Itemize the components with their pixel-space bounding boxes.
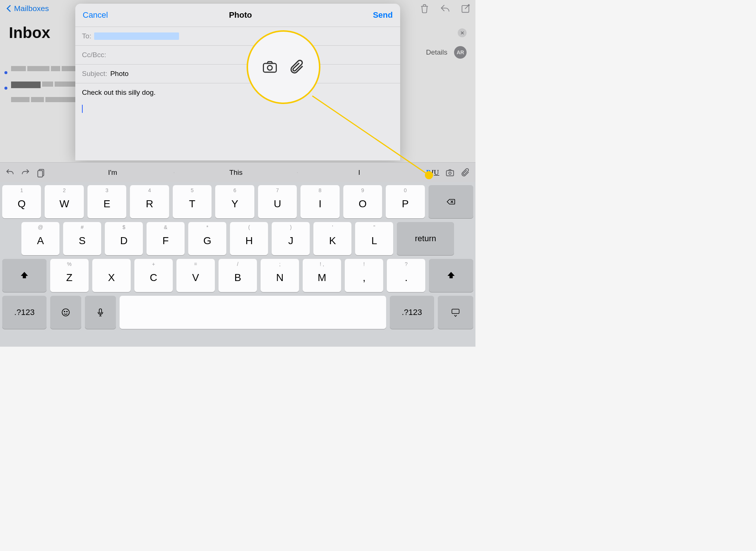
- key-c[interactable]: +C: [134, 259, 173, 292]
- suggestion-strip: I'm This I: [51, 169, 421, 177]
- symbols-key-left[interactable]: .?123: [2, 296, 47, 329]
- key-g[interactable]: *G: [188, 222, 226, 255]
- key-t[interactable]: 5T: [173, 185, 212, 218]
- key-u[interactable]: 7U: [258, 185, 297, 218]
- attachment-icon: [289, 59, 305, 75]
- suggestion-2[interactable]: This: [174, 169, 298, 177]
- body-textarea[interactable]: Check out this silly dog.: [75, 83, 400, 120]
- key-r[interactable]: 4R: [130, 185, 169, 218]
- svg-point-10: [62, 309, 70, 316]
- cc-bcc-field[interactable]: Cc/Bcc:: [75, 45, 400, 64]
- attachment-icon[interactable]: [461, 168, 470, 177]
- return-key[interactable]: return: [397, 222, 454, 255]
- key-comma[interactable]: !,: [345, 259, 383, 292]
- hide-keyboard-key[interactable]: [438, 296, 473, 329]
- emoji-icon: [61, 308, 71, 317]
- body-text: Check out this silly dog.: [82, 89, 394, 97]
- magnifier-callout: [247, 30, 320, 104]
- svg-point-12: [66, 311, 67, 312]
- svg-point-2: [268, 65, 272, 70]
- space-key[interactable]: [120, 296, 386, 329]
- subject-value: Photo: [110, 70, 129, 78]
- key-n[interactable]: ;N: [261, 259, 299, 292]
- text-cursor: [82, 105, 83, 113]
- svg-point-11: [64, 311, 65, 312]
- shift-key-left[interactable]: [2, 259, 47, 292]
- shift-icon: [20, 271, 29, 280]
- compose-header: Cancel Photo Send: [75, 4, 400, 27]
- svg-rect-6: [446, 170, 454, 176]
- key-k[interactable]: 'K: [313, 222, 351, 255]
- svg-rect-5: [38, 170, 42, 177]
- to-label: To:: [82, 32, 91, 40]
- keyboard-hide-icon: [451, 308, 460, 317]
- redo-icon[interactable]: [21, 168, 30, 177]
- key-f[interactable]: &F: [147, 222, 185, 255]
- symbols-key-right[interactable]: .?123: [390, 296, 434, 329]
- key-s[interactable]: #S: [63, 222, 101, 255]
- key-v[interactable]: =V: [176, 259, 215, 292]
- send-button[interactable]: Send: [373, 10, 393, 20]
- keyboard-row-3: %Z X +C =V /B ;N ! ,M !, ?.: [2, 259, 473, 292]
- key-y[interactable]: 6Y: [215, 185, 254, 218]
- key-h[interactable]: (H: [230, 222, 268, 255]
- key-l[interactable]: "L: [355, 222, 393, 255]
- backspace-key[interactable]: [429, 185, 473, 218]
- cancel-button[interactable]: Cancel: [83, 10, 108, 20]
- cc-bcc-label: Cc/Bcc:: [82, 51, 106, 59]
- shift-key-right[interactable]: [429, 259, 473, 292]
- compose-sheet: Cancel Photo Send To: Cc/Bcc: Subject: P…: [75, 4, 400, 160]
- backspace-icon: [446, 197, 456, 207]
- on-screen-keyboard: 1Q 2W 3E 4R 5T 6Y 7U 8I 9O 0P @A #S $D &…: [0, 182, 475, 347]
- key-p[interactable]: 0P: [386, 185, 425, 218]
- keyboard-row-2: @A #S $D &F *G (H )J 'K "L return: [2, 222, 473, 255]
- key-z[interactable]: %Z: [50, 259, 89, 292]
- key-q[interactable]: 1Q: [2, 185, 41, 218]
- key-e[interactable]: 3E: [87, 185, 126, 218]
- compose-title: Photo: [229, 10, 252, 20]
- svg-point-7: [449, 172, 451, 174]
- suggestion-3[interactable]: I: [298, 169, 421, 177]
- key-x[interactable]: X: [92, 259, 131, 292]
- microphone-icon: [96, 308, 105, 317]
- key-d[interactable]: $D: [105, 222, 143, 255]
- key-a[interactable]: @A: [21, 222, 59, 255]
- camera-icon: [262, 59, 278, 75]
- key-i[interactable]: 8I: [300, 185, 339, 218]
- dictation-key[interactable]: [85, 296, 116, 329]
- keyboard-row-4: .?123 .?123: [2, 296, 473, 329]
- undo-icon[interactable]: [5, 168, 15, 177]
- key-period[interactable]: ?.: [387, 259, 425, 292]
- shift-icon: [446, 271, 456, 280]
- key-m[interactable]: ! ,M: [303, 259, 341, 292]
- to-field[interactable]: To:: [75, 27, 400, 45]
- svg-rect-14: [452, 309, 459, 313]
- highlight-marker: [425, 171, 433, 179]
- suggestion-1[interactable]: I'm: [51, 169, 174, 177]
- svg-rect-1: [264, 63, 276, 72]
- camera-icon[interactable]: [445, 168, 455, 177]
- key-b[interactable]: /B: [219, 259, 257, 292]
- key-j[interactable]: )J: [272, 222, 310, 255]
- key-o[interactable]: 9O: [343, 185, 382, 218]
- subject-label: Subject:: [82, 70, 107, 78]
- svg-rect-13: [99, 309, 102, 313]
- key-w[interactable]: 2W: [45, 185, 83, 218]
- to-recipient-redacted: [94, 32, 179, 40]
- quicktype-bar: I'm This I BIU: [0, 162, 475, 182]
- emoji-key[interactable]: [50, 296, 81, 329]
- clipboard-icon[interactable]: [36, 168, 46, 177]
- keyboard-row-1: 1Q 2W 3E 4R 5T 6Y 7U 8I 9O 0P: [2, 185, 473, 218]
- subject-field[interactable]: Subject: Photo: [75, 64, 400, 83]
